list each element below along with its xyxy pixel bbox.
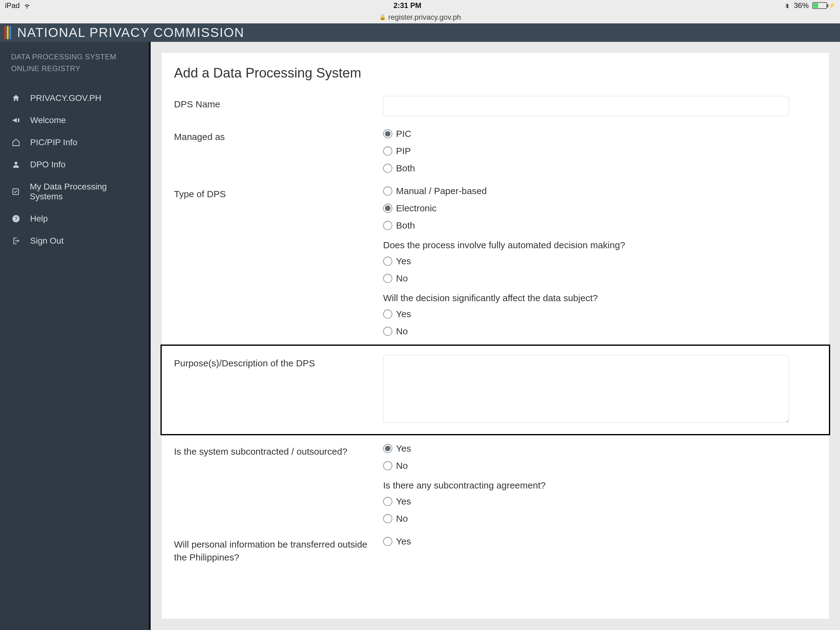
type-dps-options: Manual / Paper-based Electronic Both (383, 186, 816, 231)
radio-label: Electronic (396, 203, 437, 214)
radio-icon (383, 537, 392, 546)
radio-icon (383, 444, 392, 453)
radio-managed-pic[interactable]: PIC (383, 128, 816, 139)
sidebar-item-help[interactable]: ? Help (0, 207, 149, 230)
radio-icon (383, 164, 392, 173)
label-purpose: Purpose(s)/Description of the DPS (174, 355, 371, 370)
signout-icon (11, 236, 21, 246)
radio-icon (383, 461, 392, 470)
ios-status-bar: iPad 2:31 PM 36% ⚡ (0, 0, 840, 11)
dps-name-input[interactable] (383, 96, 789, 116)
browser-url-bar[interactable]: 🔒 register.privacy.gov.ph (0, 11, 840, 24)
charging-icon: ⚡ (828, 2, 835, 9)
sidebar-item-pic-pip-info[interactable]: PIC/PIP Info (0, 131, 149, 154)
sidebar-item-label: My Data Processing Systems (30, 182, 138, 201)
radio-icon (383, 129, 392, 138)
radio-label: Manual / Paper-based (396, 186, 487, 196)
bluetooth-icon (784, 2, 790, 9)
radio-label: No (396, 461, 408, 471)
megaphone-icon (11, 116, 21, 125)
sidebar-item-label: PIC/PIP Info (30, 138, 77, 147)
radio-type-manual[interactable]: Manual / Paper-based (383, 186, 816, 196)
radio-label: Yes (396, 496, 411, 507)
managed-as-options: PIC PIP Both (383, 128, 816, 174)
label-type-dps: Type of DPS (174, 186, 371, 201)
question-automated: Does the process involve fully automated… (383, 240, 816, 250)
lock-icon: 🔒 (379, 14, 386, 21)
affect-options: Yes No (383, 309, 816, 337)
radio-affect-no[interactable]: No (383, 326, 816, 337)
radio-affect-yes[interactable]: Yes (383, 309, 816, 319)
label-dps-name: DPS Name (174, 96, 371, 111)
checklist-icon (11, 187, 21, 196)
subcontracted-options: Yes No (383, 443, 816, 471)
highlighted-purpose-section: Purpose(s)/Description of the DPS (162, 346, 829, 434)
radio-agreement-no[interactable]: No (383, 513, 816, 524)
sidebar-item-my-dps[interactable]: My Data Processing Systems (0, 176, 149, 207)
row-subcontracted: Is the system subcontracted / outsourced… (174, 437, 816, 530)
sidebar-item-privacy-gov-ph[interactable]: PRIVACY.GOV.PH (0, 87, 149, 109)
viewport: { "status": { "device": "iPad", "time": … (0, 0, 840, 630)
automated-options: Yes No (383, 256, 816, 283)
help-icon: ? (11, 214, 21, 224)
sidebar-menu: PRIVACY.GOV.PH Welcome PIC/PIP Info (0, 87, 149, 252)
svg-text:?: ? (14, 216, 17, 222)
sidebar-item-label: Sign Out (30, 236, 64, 246)
radio-label: No (396, 273, 408, 283)
radio-icon (383, 204, 392, 213)
radio-icon (383, 514, 392, 523)
label-subcontracted: Is the system subcontracted / outsourced… (174, 443, 371, 458)
page-title: Add a Data Processing System (174, 65, 816, 81)
radio-automated-no[interactable]: No (383, 273, 816, 283)
radio-label: Yes (396, 256, 411, 266)
radio-subcontracted-no[interactable]: No (383, 461, 816, 471)
radio-icon (383, 497, 392, 506)
transfer-options: Yes (383, 536, 816, 547)
radio-icon (383, 274, 392, 283)
radio-icon (383, 221, 392, 230)
sidebar-item-dpo-info[interactable]: DPO Info (0, 154, 149, 176)
wifi-icon (24, 2, 31, 9)
row-dps-name: DPS Name (174, 90, 816, 122)
radio-icon (383, 256, 392, 266)
device-label: iPad (5, 1, 20, 10)
house-outline-icon (11, 138, 21, 147)
sidebar-item-label: Welcome (30, 116, 66, 125)
radio-label: PIP (396, 146, 411, 156)
sidebar-item-sign-out[interactable]: Sign Out (0, 230, 149, 252)
url-text: register.privacy.gov.ph (388, 13, 461, 22)
battery-icon: ⚡ (812, 2, 835, 9)
home-icon (11, 93, 21, 103)
label-managed-as: Managed as (174, 128, 371, 143)
row-type-dps: Type of DPS Manual / Paper-based Electro… (174, 180, 816, 343)
person-icon (11, 160, 21, 169)
content-area[interactable]: Add a Data Processing System DPS Name Ma… (151, 42, 840, 630)
app-title: NATIONAL PRIVACY COMMISSION (17, 25, 245, 40)
purpose-textarea[interactable] (383, 355, 789, 423)
radio-label: Yes (396, 443, 411, 454)
sidebar: DATA PROCESSING SYSTEM ONLINE REGISTRY P… (0, 42, 151, 630)
sidebar-item-welcome[interactable]: Welcome (0, 109, 149, 131)
radio-type-both[interactable]: Both (383, 220, 816, 231)
row-purpose: Purpose(s)/Description of the DPS (174, 352, 816, 428)
radio-label: Both (396, 220, 415, 231)
radio-label: Both (396, 163, 415, 174)
radio-type-electronic[interactable]: Electronic (383, 203, 816, 214)
radio-managed-both[interactable]: Both (383, 163, 816, 174)
sidebar-section-title: DATA PROCESSING SYSTEM ONLINE REGISTRY (0, 51, 149, 75)
agreement-options: Yes No (383, 496, 816, 524)
radio-agreement-yes[interactable]: Yes (383, 496, 816, 507)
sidebar-section-line1: DATA PROCESSING SYSTEM (11, 51, 138, 63)
radio-icon (383, 327, 392, 336)
sidebar-item-label: Help (30, 214, 48, 224)
radio-label: Yes (396, 309, 411, 319)
radio-automated-yes[interactable]: Yes (383, 256, 816, 266)
radio-transfer-yes[interactable]: Yes (383, 536, 816, 547)
radio-subcontracted-yes[interactable]: Yes (383, 443, 816, 454)
battery-percent: 36% (794, 1, 808, 10)
main-shell: DATA PROCESSING SYSTEM ONLINE REGISTRY P… (0, 42, 840, 630)
sidebar-item-label: PRIVACY.GOV.PH (30, 93, 101, 103)
row-managed-as: Managed as PIC PIP (174, 122, 816, 180)
radio-icon (383, 309, 392, 319)
radio-managed-pip[interactable]: PIP (383, 146, 816, 156)
